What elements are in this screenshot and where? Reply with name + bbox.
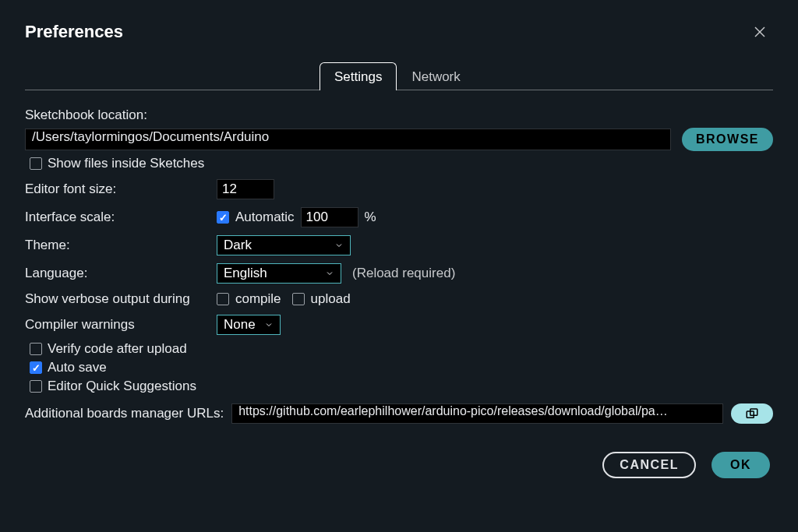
verbose-upload-label: upload [311,291,351,307]
close-icon[interactable] [753,25,767,39]
interface-scale-label: Interface scale: [25,210,210,225]
sketchbook-location-label: Sketchbook location: [25,107,773,123]
compiler-warnings-select[interactable]: None [217,315,281,335]
language-select[interactable]: English [217,263,341,284]
window-title: Preferences [25,22,123,42]
theme-select[interactable]: Dark [217,235,351,255]
browse-button[interactable]: BROWSE [682,128,773,151]
cancel-button[interactable]: CANCEL [602,452,696,478]
language-select-value: English [224,266,267,281]
verbose-label: Show verbose output during [25,291,210,307]
verify-after-upload-label: Verify code after upload [48,341,187,357]
show-files-label: Show files inside Sketches [48,156,204,171]
verbose-compile-label: compile [235,291,281,307]
expand-urls-button[interactable] [731,403,773,424]
verify-after-upload-checkbox[interactable] [30,343,42,355]
tab-network[interactable]: Network [397,62,475,90]
show-files-checkbox[interactable] [30,157,42,170]
interface-scale-suffix: % [365,210,376,225]
interface-scale-auto-label: Automatic [235,210,295,225]
boards-urls-input[interactable]: https://github.com/earlephilhower/arduin… [231,403,723,424]
chevron-down-icon [264,320,274,329]
font-size-label: Editor font size: [25,181,210,197]
theme-select-value: Dark [224,238,252,253]
compiler-warnings-label: Compiler warnings [25,317,210,333]
tabs-bar: Settings Network [25,62,773,90]
autosave-label: Auto save [48,360,107,375]
tab-label: Settings [334,69,382,85]
font-size-input[interactable]: 12 [217,179,274,199]
quick-suggestions-label: Editor Quick Suggestions [48,379,196,394]
compiler-warnings-value: None [224,317,256,333]
autosave-checkbox[interactable] [30,361,42,374]
interface-scale-auto-checkbox[interactable] [217,211,229,224]
chevron-down-icon [334,241,344,250]
ok-button[interactable]: OK [711,452,770,478]
interface-scale-input[interactable]: 100 [301,207,358,227]
language-label: Language: [25,266,210,281]
new-window-icon [745,407,759,420]
verbose-compile-checkbox[interactable] [217,293,229,305]
tab-label: Network [411,69,460,85]
theme-label: Theme: [25,238,210,253]
language-hint: (Reload required) [352,266,455,281]
tab-settings[interactable]: Settings [320,62,397,90]
chevron-down-icon [325,269,334,278]
sketchbook-location-input[interactable]: /Users/taylormingos/Documents/Arduino [25,129,671,150]
boards-urls-label: Additional boards manager URLs: [25,406,224,421]
verbose-upload-checkbox[interactable] [292,293,305,305]
quick-suggestions-checkbox[interactable] [30,380,42,393]
